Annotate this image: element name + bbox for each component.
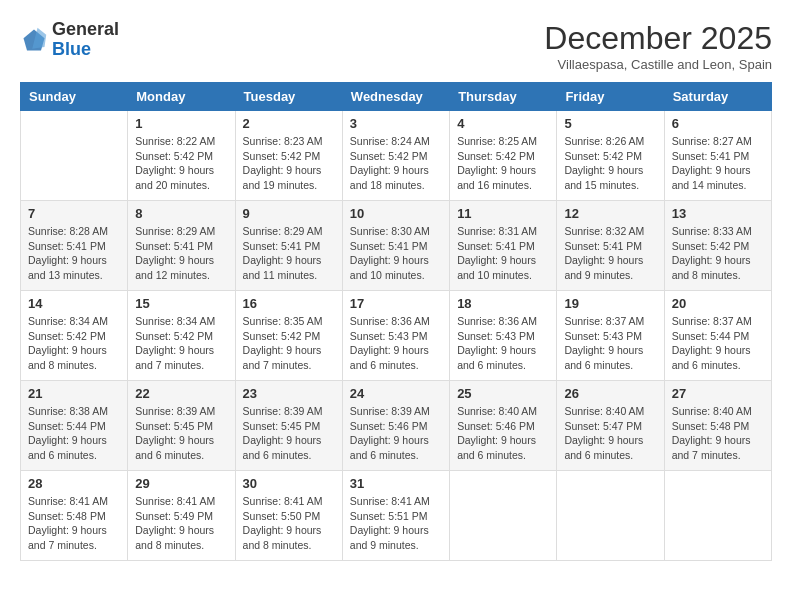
day-info: Sunrise: 8:37 AMSunset: 5:44 PMDaylight:… <box>672 314 764 373</box>
table-row: 18 Sunrise: 8:36 AMSunset: 5:43 PMDaylig… <box>450 291 557 381</box>
day-number: 14 <box>28 296 120 311</box>
logo-blue-text: Blue <box>52 39 91 59</box>
table-row: 19 Sunrise: 8:37 AMSunset: 5:43 PMDaylig… <box>557 291 664 381</box>
logo: General Blue <box>20 20 119 60</box>
day-info: Sunrise: 8:29 AMSunset: 5:41 PMDaylight:… <box>243 224 335 283</box>
day-info: Sunrise: 8:23 AMSunset: 5:42 PMDaylight:… <box>243 134 335 193</box>
day-info: Sunrise: 8:22 AMSunset: 5:42 PMDaylight:… <box>135 134 227 193</box>
table-row: 14 Sunrise: 8:34 AMSunset: 5:42 PMDaylig… <box>21 291 128 381</box>
table-row: 22 Sunrise: 8:39 AMSunset: 5:45 PMDaylig… <box>128 381 235 471</box>
table-row: 9 Sunrise: 8:29 AMSunset: 5:41 PMDayligh… <box>235 201 342 291</box>
day-info: Sunrise: 8:27 AMSunset: 5:41 PMDaylight:… <box>672 134 764 193</box>
day-number: 19 <box>564 296 656 311</box>
table-row: 2 Sunrise: 8:23 AMSunset: 5:42 PMDayligh… <box>235 111 342 201</box>
day-info: Sunrise: 8:38 AMSunset: 5:44 PMDaylight:… <box>28 404 120 463</box>
table-row: 17 Sunrise: 8:36 AMSunset: 5:43 PMDaylig… <box>342 291 449 381</box>
day-info: Sunrise: 8:40 AMSunset: 5:47 PMDaylight:… <box>564 404 656 463</box>
day-number: 8 <box>135 206 227 221</box>
day-number: 25 <box>457 386 549 401</box>
location-text: Villaespasa, Castille and Leon, Spain <box>544 57 772 72</box>
day-number: 17 <box>350 296 442 311</box>
day-number: 5 <box>564 116 656 131</box>
table-row: 15 Sunrise: 8:34 AMSunset: 5:42 PMDaylig… <box>128 291 235 381</box>
day-number: 1 <box>135 116 227 131</box>
day-info: Sunrise: 8:40 AMSunset: 5:46 PMDaylight:… <box>457 404 549 463</box>
day-info: Sunrise: 8:37 AMSunset: 5:43 PMDaylight:… <box>564 314 656 373</box>
day-number: 31 <box>350 476 442 491</box>
col-tuesday: Tuesday <box>235 83 342 111</box>
table-row: 21 Sunrise: 8:38 AMSunset: 5:44 PMDaylig… <box>21 381 128 471</box>
table-row: 3 Sunrise: 8:24 AMSunset: 5:42 PMDayligh… <box>342 111 449 201</box>
day-number: 11 <box>457 206 549 221</box>
month-title: December 2025 <box>544 20 772 57</box>
day-info: Sunrise: 8:28 AMSunset: 5:41 PMDaylight:… <box>28 224 120 283</box>
table-row: 25 Sunrise: 8:40 AMSunset: 5:46 PMDaylig… <box>450 381 557 471</box>
day-number: 30 <box>243 476 335 491</box>
table-row: 13 Sunrise: 8:33 AMSunset: 5:42 PMDaylig… <box>664 201 771 291</box>
col-monday: Monday <box>128 83 235 111</box>
calendar-week-row: 28 Sunrise: 8:41 AMSunset: 5:48 PMDaylig… <box>21 471 772 561</box>
day-number: 16 <box>243 296 335 311</box>
day-info: Sunrise: 8:24 AMSunset: 5:42 PMDaylight:… <box>350 134 442 193</box>
table-row: 31 Sunrise: 8:41 AMSunset: 5:51 PMDaylig… <box>342 471 449 561</box>
calendar-week-row: 14 Sunrise: 8:34 AMSunset: 5:42 PMDaylig… <box>21 291 772 381</box>
table-row: 1 Sunrise: 8:22 AMSunset: 5:42 PMDayligh… <box>128 111 235 201</box>
calendar-week-row: 1 Sunrise: 8:22 AMSunset: 5:42 PMDayligh… <box>21 111 772 201</box>
day-number: 29 <box>135 476 227 491</box>
day-number: 22 <box>135 386 227 401</box>
day-number: 9 <box>243 206 335 221</box>
day-number: 26 <box>564 386 656 401</box>
day-number: 20 <box>672 296 764 311</box>
day-number: 6 <box>672 116 764 131</box>
page-header: General Blue December 2025 Villaespasa, … <box>20 20 772 72</box>
table-row <box>21 111 128 201</box>
day-info: Sunrise: 8:26 AMSunset: 5:42 PMDaylight:… <box>564 134 656 193</box>
day-number: 3 <box>350 116 442 131</box>
day-info: Sunrise: 8:41 AMSunset: 5:49 PMDaylight:… <box>135 494 227 553</box>
day-number: 10 <box>350 206 442 221</box>
day-info: Sunrise: 8:40 AMSunset: 5:48 PMDaylight:… <box>672 404 764 463</box>
table-row: 24 Sunrise: 8:39 AMSunset: 5:46 PMDaylig… <box>342 381 449 471</box>
day-number: 15 <box>135 296 227 311</box>
table-row: 28 Sunrise: 8:41 AMSunset: 5:48 PMDaylig… <box>21 471 128 561</box>
day-number: 24 <box>350 386 442 401</box>
day-number: 4 <box>457 116 549 131</box>
table-row: 12 Sunrise: 8:32 AMSunset: 5:41 PMDaylig… <box>557 201 664 291</box>
calendar-table: Sunday Monday Tuesday Wednesday Thursday… <box>20 82 772 561</box>
col-thursday: Thursday <box>450 83 557 111</box>
table-row: 11 Sunrise: 8:31 AMSunset: 5:41 PMDaylig… <box>450 201 557 291</box>
table-row: 20 Sunrise: 8:37 AMSunset: 5:44 PMDaylig… <box>664 291 771 381</box>
day-info: Sunrise: 8:41 AMSunset: 5:51 PMDaylight:… <box>350 494 442 553</box>
day-info: Sunrise: 8:39 AMSunset: 5:46 PMDaylight:… <box>350 404 442 463</box>
day-info: Sunrise: 8:41 AMSunset: 5:48 PMDaylight:… <box>28 494 120 553</box>
day-info: Sunrise: 8:41 AMSunset: 5:50 PMDaylight:… <box>243 494 335 553</box>
table-row: 23 Sunrise: 8:39 AMSunset: 5:45 PMDaylig… <box>235 381 342 471</box>
day-info: Sunrise: 8:29 AMSunset: 5:41 PMDaylight:… <box>135 224 227 283</box>
table-row: 5 Sunrise: 8:26 AMSunset: 5:42 PMDayligh… <box>557 111 664 201</box>
table-row <box>664 471 771 561</box>
day-number: 12 <box>564 206 656 221</box>
day-info: Sunrise: 8:36 AMSunset: 5:43 PMDaylight:… <box>350 314 442 373</box>
day-info: Sunrise: 8:32 AMSunset: 5:41 PMDaylight:… <box>564 224 656 283</box>
day-number: 27 <box>672 386 764 401</box>
day-number: 28 <box>28 476 120 491</box>
day-info: Sunrise: 8:33 AMSunset: 5:42 PMDaylight:… <box>672 224 764 283</box>
day-info: Sunrise: 8:39 AMSunset: 5:45 PMDaylight:… <box>135 404 227 463</box>
table-row: 7 Sunrise: 8:28 AMSunset: 5:41 PMDayligh… <box>21 201 128 291</box>
table-row: 29 Sunrise: 8:41 AMSunset: 5:49 PMDaylig… <box>128 471 235 561</box>
day-number: 21 <box>28 386 120 401</box>
day-number: 23 <box>243 386 335 401</box>
day-info: Sunrise: 8:39 AMSunset: 5:45 PMDaylight:… <box>243 404 335 463</box>
day-number: 2 <box>243 116 335 131</box>
day-info: Sunrise: 8:35 AMSunset: 5:42 PMDaylight:… <box>243 314 335 373</box>
table-row: 30 Sunrise: 8:41 AMSunset: 5:50 PMDaylig… <box>235 471 342 561</box>
calendar-header-row: Sunday Monday Tuesday Wednesday Thursday… <box>21 83 772 111</box>
logo-icon <box>20 26 48 54</box>
day-info: Sunrise: 8:31 AMSunset: 5:41 PMDaylight:… <box>457 224 549 283</box>
logo-general-text: General <box>52 19 119 39</box>
day-info: Sunrise: 8:25 AMSunset: 5:42 PMDaylight:… <box>457 134 549 193</box>
col-sunday: Sunday <box>21 83 128 111</box>
day-info: Sunrise: 8:34 AMSunset: 5:42 PMDaylight:… <box>28 314 120 373</box>
col-saturday: Saturday <box>664 83 771 111</box>
table-row <box>450 471 557 561</box>
